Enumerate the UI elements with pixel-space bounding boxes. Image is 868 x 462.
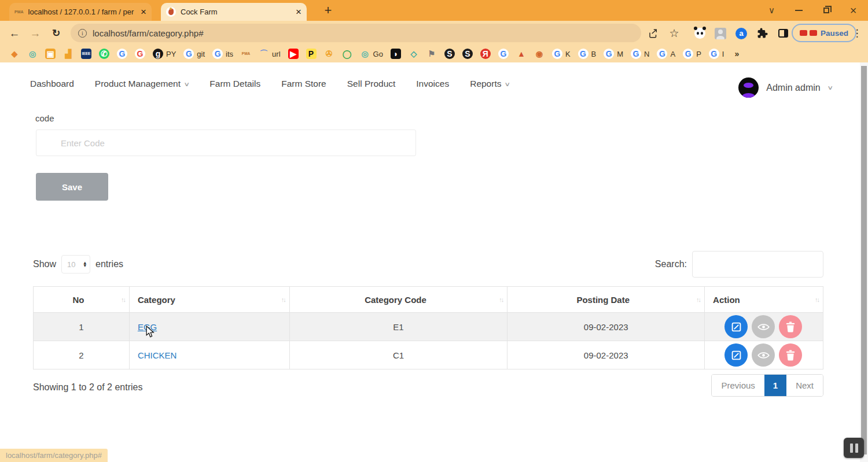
code-input[interactable] xyxy=(36,130,416,156)
browser-tab-phpmyadmin[interactable]: PMA localhost / 127.0.0.1 / farm / per × xyxy=(9,3,152,21)
view-button[interactable] xyxy=(752,343,775,367)
column-header-no[interactable]: No↑↓ xyxy=(34,287,130,313)
link-status-bar: localhost/farm/category.php# xyxy=(0,449,108,462)
bookmark-google-a[interactable]: GA xyxy=(657,49,675,59)
bookmark-yandex[interactable]: Я xyxy=(480,49,491,59)
bookmark-analytics[interactable]: ▟ xyxy=(63,49,73,59)
forward-button[interactable]: → xyxy=(28,26,43,40)
close-tab-icon[interactable]: × xyxy=(296,7,301,17)
bookmark-bird[interactable]: ◗ xyxy=(391,49,401,59)
bookmark-matlab[interactable]: ▲ xyxy=(516,49,527,59)
nav-item-reports[interactable]: Reports∨ xyxy=(470,79,510,89)
bookmark-green-ring[interactable]: ◯ xyxy=(342,49,352,59)
bookmark-s-dark[interactable]: S xyxy=(444,49,455,59)
bookmark-youtube[interactable]: ▶ xyxy=(288,49,299,59)
side-panel-icon xyxy=(778,29,788,38)
bookmark-google-n[interactable]: GN xyxy=(631,49,649,59)
bookmark-speedtest-url[interactable]: ⌒url xyxy=(259,49,280,59)
cell-category-code: C1 xyxy=(289,341,507,369)
restore-button[interactable] xyxy=(812,0,840,21)
bookmark-overflow[interactable]: » xyxy=(731,49,742,59)
new-tab-button[interactable]: + xyxy=(319,2,337,19)
back-button[interactable]: ← xyxy=(7,26,22,40)
google-git-icon: G xyxy=(183,49,194,59)
bookmark-camera[interactable]: ✇ xyxy=(324,49,334,59)
page-1-button[interactable]: 1 xyxy=(764,375,786,396)
profile-extension-button[interactable] xyxy=(713,26,728,40)
analytics-icon: ▟ xyxy=(63,49,73,59)
address-bar[interactable]: localhost/farm/category.php# xyxy=(71,24,641,42)
bookmark-godaddy-go[interactable]: ◎Go xyxy=(360,49,383,59)
save-button[interactable]: Save xyxy=(36,173,108,201)
share-button[interactable] xyxy=(646,26,661,40)
bookmark-hexagon[interactable]: ◇ xyxy=(409,49,419,59)
site-info-icon[interactable] xyxy=(78,29,87,38)
panda-extension-button[interactable] xyxy=(692,26,707,40)
delete-button[interactable] xyxy=(779,343,802,367)
bookmark-s-dark[interactable]: S xyxy=(462,49,473,59)
bookmark-google-git[interactable]: Ggit xyxy=(183,49,205,59)
view-button[interactable] xyxy=(752,315,775,338)
nav-item-sell-product[interactable]: Sell Product xyxy=(347,79,396,89)
user-menu[interactable]: Admin admin ∨ xyxy=(738,77,832,98)
category-link[interactable]: CHICKEN xyxy=(138,350,177,360)
nav-item-farm-details[interactable]: Farm Details xyxy=(209,79,260,89)
column-header-category[interactable]: Category↑↓ xyxy=(129,287,289,313)
nav-item-dashboard[interactable]: Dashboard xyxy=(30,79,74,89)
bookmark-screen[interactable]: ▣ xyxy=(45,49,56,59)
a-extension-button[interactable]: a xyxy=(734,26,749,40)
bookmark-eye-orange[interactable]: ◉ xyxy=(534,49,545,59)
column-header-action[interactable]: Action↑↓ xyxy=(705,287,823,313)
nav-item-farm-store[interactable]: Farm Store xyxy=(281,79,326,89)
godaddy-icon: ◎ xyxy=(27,49,38,59)
bookmark-label: K xyxy=(565,50,571,58)
search-input[interactable] xyxy=(692,251,823,278)
bookmark-phpmyadmin[interactable]: PMA xyxy=(241,49,251,59)
bookmark-google-p[interactable]: GP xyxy=(683,49,701,59)
previous-page-button[interactable]: Previous xyxy=(712,375,764,396)
scrollbar-track[interactable] xyxy=(860,62,868,462)
browser-tab-cock-farm[interactable]: Cock Farm × xyxy=(161,3,307,21)
delete-button[interactable] xyxy=(779,315,802,338)
bookmark-google-its[interactable]: Gits xyxy=(212,49,233,59)
bookmark-p-yellow[interactable]: P xyxy=(306,49,317,59)
nav-item-product-management[interactable]: Product Management∨ xyxy=(95,79,189,89)
bookmark-star-button[interactable]: ☆ xyxy=(667,26,682,40)
nav-item-invoices[interactable]: Invoices xyxy=(416,79,449,89)
sort-icon: ↑↓ xyxy=(281,296,285,303)
reload-button[interactable]: ↻ xyxy=(49,26,64,40)
bookmark-google-k[interactable]: GK xyxy=(552,49,571,59)
edit-button[interactable] xyxy=(724,315,748,338)
bookmark-diamond[interactable]: ◆ xyxy=(9,49,20,59)
browser-menu-button[interactable]: ⋮ xyxy=(849,26,865,40)
page-length-select[interactable]: 10 ▴▾ xyxy=(61,255,90,273)
minimize-button[interactable] xyxy=(785,0,812,21)
next-page-button[interactable]: Next xyxy=(786,375,823,396)
bookmark-google[interactable]: G xyxy=(498,49,509,59)
bookmark-google-i[interactable]: GI xyxy=(709,49,724,59)
close-tab-icon[interactable]: × xyxy=(141,7,146,17)
bookmark-google[interactable]: G xyxy=(135,49,145,59)
scrollbar-thumb[interactable] xyxy=(861,66,867,454)
bookmark-whatsapp[interactable]: ✆ xyxy=(99,49,109,59)
delete-icon xyxy=(786,321,795,332)
column-header-category-code[interactable]: Category Code↑↓ xyxy=(289,287,507,313)
bookmark-google-m[interactable]: GM xyxy=(604,49,623,59)
bookmark-figure[interactable]: ⚑ xyxy=(426,49,437,59)
column-header-posting-date[interactable]: Posting Date↑↓ xyxy=(507,287,705,313)
close-window-button[interactable]: × xyxy=(840,0,867,21)
extension-paused-badge[interactable]: Paused xyxy=(792,24,856,42)
edit-button[interactable] xyxy=(724,343,748,367)
nav-item-label: Product Management xyxy=(95,79,181,89)
bookmark-google-b[interactable]: GB xyxy=(578,49,597,59)
google-icon: G xyxy=(498,49,509,59)
extensions-button[interactable] xyxy=(755,26,770,40)
bookmark-label: url xyxy=(272,50,280,58)
bookmark-ieee[interactable]: IEEE xyxy=(81,49,91,59)
chrome-menu-chevron-icon[interactable]: ∨ xyxy=(758,0,785,21)
recorder-pause-button[interactable] xyxy=(844,438,864,458)
side-panel-button[interactable] xyxy=(775,26,790,40)
bookmark-google[interactable]: G xyxy=(117,49,127,59)
bookmark-godaddy[interactable]: ◎ xyxy=(27,49,38,59)
bookmark-github-py[interactable]: gPY xyxy=(153,49,176,59)
